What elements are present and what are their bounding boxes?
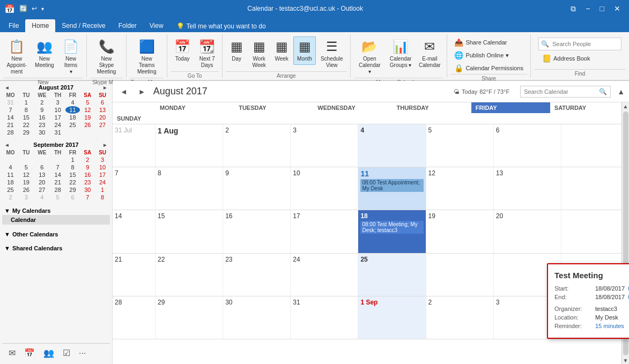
mini-cal-cell[interactable]: 14 (2, 114, 19, 121)
mini-cal-cell[interactable]: 6 (95, 99, 110, 106)
cal-day-31aug[interactable]: 31 (291, 296, 358, 339)
mini-cal-cell[interactable]: 6 (65, 194, 80, 201)
mini-cal-cell[interactable]: 9 (80, 164, 95, 171)
tasks-icon[interactable]: ☑ (61, 347, 72, 359)
calendar-groups-btn[interactable]: 📊 CalendarGroups ▾ (387, 36, 415, 71)
cal-day-18aug[interactable]: 18 08:00 Test Meeting; My Desk; testacc3 (358, 210, 426, 253)
more-icon[interactable]: ··· (77, 347, 88, 359)
restore-btn[interactable]: ⧉ (566, 3, 580, 14)
mini-cal-cell[interactable]: 21 (50, 179, 65, 186)
tab-view[interactable]: View (143, 19, 170, 32)
mini-cal-cell[interactable]: 2 (2, 194, 19, 201)
work-week-btn[interactable]: ▦ WorkWeek (248, 36, 270, 71)
cal-prev-btn[interactable]: ◄ (117, 86, 131, 97)
cal-day-31jul[interactable]: 31 Jul (113, 124, 156, 167)
close-btn[interactable]: ✕ (610, 3, 625, 14)
mini-cal-cell[interactable]: 25 (2, 186, 19, 194)
cal-day-2sep[interactable]: 2 (426, 296, 494, 339)
open-calendar-btn[interactable]: 📂 OpenCalendar ▾ (354, 36, 386, 78)
mini-cal-cell[interactable]: 29 (65, 186, 80, 194)
mini-cal-cell[interactable]: 4 (34, 194, 50, 201)
mini-cal-cell[interactable]: 6 (34, 164, 50, 171)
next7days-btn[interactable]: 📆 Next 7Days (195, 36, 219, 71)
scroll-down-btn[interactable]: ▼ (622, 356, 629, 364)
title-bar-undo[interactable]: ↩ (32, 5, 37, 12)
mini-cal-cell[interactable]: 4 (2, 164, 19, 171)
cal-day-15aug[interactable]: 15 (156, 210, 223, 253)
cal-scroll-up[interactable]: ▲ (617, 87, 625, 96)
tab-file[interactable]: File (2, 19, 25, 32)
mini-cal-cell[interactable]: 16 (34, 114, 50, 121)
mail-icon[interactable]: ✉ (6, 347, 18, 359)
mini-cal-cell[interactable]: 9 (34, 106, 50, 114)
cal-event-test-meeting[interactable]: 08:00 Test Meeting; My Desk; testacc3 (360, 221, 423, 234)
mini-cal-cell[interactable]: 22 (65, 179, 80, 186)
mini-cal-cell[interactable]: 24 (95, 179, 110, 186)
mini-cal-cell[interactable]: 15 (65, 171, 80, 179)
mini-cal-cell[interactable]: 3 (50, 99, 65, 106)
mini-cal-cell[interactable]: 7 (80, 194, 95, 201)
today-btn[interactable]: 📅 Today (171, 36, 194, 65)
other-calendars-section[interactable]: ▼ Other Calendars (2, 229, 110, 239)
mini-cal-cell[interactable]: 3 (19, 194, 34, 201)
cal-day-9aug[interactable]: 9 (223, 167, 291, 210)
mini-cal-cell[interactable]: 29 (19, 129, 34, 136)
cal-day-11aug[interactable]: 11 08:00 Test Appointment; My Desk (358, 167, 426, 210)
mini-cal-cell[interactable]: 26 (80, 121, 95, 129)
cal-day-25aug[interactable]: 25 (358, 254, 426, 296)
cal-day-1aug[interactable]: 1 Aug (156, 124, 223, 167)
mini-cal-cell[interactable]: 23 (80, 179, 95, 186)
cal-day-20aug[interactable]: 20 (494, 210, 561, 253)
mini-cal-cell[interactable]: 19 (80, 114, 95, 121)
tab-folder[interactable]: Folder (112, 19, 143, 32)
new-items-btn[interactable]: 📄 NewItems ▾ (58, 36, 83, 78)
mini-cal-cell[interactable]: 8 (95, 194, 110, 201)
mini-cal-cell[interactable]: 24 (50, 121, 65, 129)
mini-cal-cell[interactable]: 19 (19, 179, 34, 186)
mini-cal-cell[interactable]: 5 (80, 99, 95, 106)
mini-cal-cell[interactable]: 15 (19, 114, 34, 121)
tab-tell[interactable]: 💡 Tell me what you want to do (170, 20, 272, 32)
cal-day-13aug[interactable]: 13 (494, 167, 561, 210)
mini-cal-cell[interactable]: 11 (2, 171, 19, 179)
mini-cal-cell[interactable] (19, 156, 34, 164)
mini-cal-cell[interactable]: 30 (34, 129, 50, 136)
mini-cal-cell[interactable]: 25 (65, 121, 80, 129)
maximize-btn[interactable]: □ (596, 3, 609, 14)
mini-cal-cell[interactable]: 21 (2, 121, 19, 129)
mini-cal-cell[interactable]: 22 (19, 121, 34, 129)
calendar-item-calendar[interactable]: Calendar (2, 215, 110, 225)
minimize-btn[interactable]: − (581, 3, 594, 14)
mini-cal-cell[interactable]: 28 (2, 129, 19, 136)
cal-day-17aug[interactable]: 17 (291, 210, 358, 253)
mini-cal-cell[interactable]: 28 (50, 186, 65, 194)
cal-day-8aug[interactable]: 8 (156, 167, 223, 210)
cal-search-input[interactable] (521, 87, 596, 96)
cal-day-5aug[interactable]: 5 (426, 124, 494, 167)
mini-cal-sep-prev[interactable]: ◄ (4, 142, 10, 148)
mini-cal-cell-today[interactable]: 11 (65, 106, 80, 114)
mini-cal-cell[interactable]: 5 (19, 164, 34, 171)
cal-next-btn[interactable]: ► (135, 86, 149, 97)
mini-cal-cell[interactable]: 10 (50, 106, 65, 114)
mini-cal-cell[interactable]: 1 (65, 156, 80, 164)
mini-cal-cell[interactable] (95, 129, 110, 136)
email-calendar-btn[interactable]: ✉ E-mailCalendar (416, 36, 443, 71)
mini-cal-cell[interactable]: 30 (80, 186, 95, 194)
scroll-up-btn[interactable]: ▲ (622, 102, 629, 110)
calendar-icon[interactable]: 📅 (22, 347, 37, 359)
cal-search-btn[interactable]: 🔍 (596, 86, 610, 97)
mini-cal-cell[interactable]: 8 (19, 106, 34, 114)
cal-day-28aug[interactable]: 28 (113, 296, 156, 339)
mini-cal-cell[interactable]: 12 (80, 106, 95, 114)
cal-day-30aug[interactable]: 30 (223, 296, 291, 339)
mini-cal-cell[interactable]: 1 (19, 99, 34, 106)
people-icon[interactable]: 👥 (41, 347, 56, 359)
cal-day-23aug[interactable]: 23 (223, 254, 291, 296)
cal-day-2aug[interactable]: 2 (223, 124, 291, 167)
mini-cal-cell[interactable]: 1 (95, 186, 110, 194)
mini-cal-cell[interactable]: 27 (34, 186, 50, 194)
tab-send-receive[interactable]: Send / Receive (55, 19, 112, 32)
mini-cal-cell[interactable] (34, 156, 50, 164)
mini-cal-cell[interactable]: 13 (34, 171, 50, 179)
